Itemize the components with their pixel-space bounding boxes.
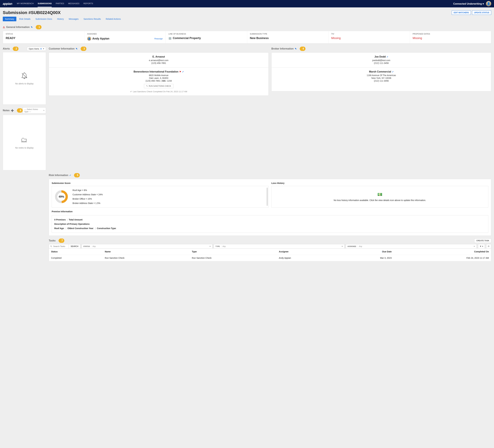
task-filters: SEARCH STATUS Any TYPE Any ASSIGNEE Any …: [49, 244, 491, 249]
customer-panel: E. Arnaout e.arnaout@test.com (123) 456-…: [49, 52, 269, 96]
risk-title: Risk Information ⤢ 5: [49, 173, 491, 177]
lob-cell: LINE OF BUSINESS 🏢 Commercial Property: [166, 31, 247, 43]
edit-icon[interactable]: ✎: [295, 48, 297, 50]
logo: appian: [3, 2, 12, 6]
tab-submission-docs[interactable]: Submission Docs: [33, 17, 54, 21]
page-title: Submission #SUB0224Q00X: [3, 10, 452, 15]
refresh-icon-button[interactable]: ⟳: [486, 244, 491, 249]
customer-title: Customer Information ✎ 3: [49, 47, 269, 51]
tab-messages[interactable]: Messages: [67, 17, 81, 21]
tasks-title: Tasks 7: [49, 238, 64, 243]
update-status-button[interactable]: UPDATE STATUS: [472, 11, 491, 15]
edit-icon[interactable]: ✎: [31, 26, 33, 28]
search-button[interactable]: SEARCH: [69, 244, 80, 249]
premise-info-title: Premise Information: [52, 210, 488, 213]
col-name[interactable]: Name: [103, 249, 190, 255]
callout-6: 6: [17, 108, 23, 113]
assignee-cell: ASSIGNEE 👤 Andy Appian Reassign: [84, 31, 166, 43]
broker-phone2: (212) 111-3456: [273, 80, 489, 82]
top-nav: appian MY WORKBENCH SUBMISSIONS PARTIES …: [0, 0, 494, 7]
customer-phone-sic: (123) 456-7891 | SIC: 1234: [51, 80, 267, 82]
nav-parties[interactable]: PARTIES: [56, 0, 64, 7]
callout-2: 2: [13, 47, 19, 51]
col-due-date[interactable]: ↑Due Date: [336, 249, 394, 255]
tiv-value: Missing: [331, 37, 407, 40]
nav-reports[interactable]: REPORTS: [84, 0, 93, 7]
score-line: Broker Address State = 1.5%: [73, 202, 103, 204]
score-percent: 49%: [55, 190, 68, 203]
alerts-empty-text: No alerts to display: [15, 82, 34, 85]
alerts-panel: No alerts to display: [3, 52, 46, 105]
popout-icon[interactable]: ⤢: [69, 174, 71, 176]
reassign-link[interactable]: Reassign: [154, 37, 163, 40]
callout-4: 4: [300, 47, 306, 51]
gear-icon: ⚙: [40, 48, 42, 50]
tab-summary[interactable]: Summary: [3, 17, 16, 21]
score-line: Roof Age = 8%: [73, 189, 103, 191]
last-sanctions-check: ✔ Last Sanctions Check Completed On Feb …: [51, 90, 267, 93]
status-cell: STATUS READY: [3, 31, 84, 43]
tabs: Summary Risk Details Submission Docs His…: [3, 17, 491, 21]
broker-name: Joe Dodd ⤢: [374, 55, 388, 58]
tab-sanctions-results[interactable]: Sanctions Results: [81, 17, 103, 21]
notes-type-select[interactable]: --- Select Notes Type --- ▼: [23, 107, 46, 113]
run-sanctions-button[interactable]: ✎ RUN SANCTIONS CHECK: [144, 84, 173, 88]
bell-off-icon: [21, 72, 28, 79]
edit-watchers-button[interactable]: EDIT WATCHERS: [452, 11, 471, 15]
score-donut-chart: 49%: [55, 190, 68, 203]
edit-icon: ✎: [146, 85, 148, 87]
create-task-button[interactable]: CREATE TASK: [474, 238, 491, 243]
status-value: READY: [6, 37, 81, 40]
tasks-table: Status Name Type Assignee ↑Due Date Comp…: [49, 248, 491, 261]
check-circle-icon: ✔: [130, 90, 132, 93]
filter-icon-button[interactable]: ▼ ▾: [478, 244, 485, 249]
popout-icon[interactable]: ⤢: [387, 56, 388, 58]
assignee-filter[interactable]: ASSIGNEE Any: [346, 244, 477, 249]
broker-addr1: 1166 Avenue Of The Americas: [273, 74, 489, 76]
tab-related-actions[interactable]: Related Actions: [103, 17, 123, 21]
subtype-cell: SUBMISSION TYPE New Business: [247, 31, 329, 43]
submission-score-box: 49% Roof Age = 8% Customer Address State…: [52, 186, 269, 208]
dates-value: Missing: [413, 37, 488, 40]
customer-name: E. Arnaout: [152, 55, 165, 58]
general-info-title: ⚠ General Information ✎ 1: [3, 25, 491, 29]
tab-history[interactable]: History: [55, 17, 66, 21]
alerts-filter-dropdown[interactable]: Open Alerts ⚙ ▼: [27, 47, 46, 51]
score-line: Customer Address State = 24%: [73, 193, 103, 196]
notes-title: Notes ➕ 6: [3, 108, 23, 113]
nav-my-workbench[interactable]: MY WORKBENCH: [17, 0, 34, 7]
building-icon: 🏢: [169, 37, 172, 40]
status-filter[interactable]: STATUS Any: [82, 244, 212, 249]
callout-1: 1: [36, 25, 41, 29]
edit-icon[interactable]: ✎: [76, 48, 78, 50]
tab-risk-details[interactable]: Risk Details: [17, 17, 33, 21]
col-completed[interactable]: Completed On: [394, 249, 491, 255]
broker-addr2: New York, NY 10036: [273, 77, 489, 79]
col-type[interactable]: Type: [190, 249, 277, 255]
callout-5: 5: [74, 173, 80, 177]
popout-icon[interactable]: ⤢: [182, 71, 184, 73]
col-assignee[interactable]: Assignee: [277, 249, 336, 255]
col-status[interactable]: Status: [49, 249, 103, 255]
notes-empty-icon: 🗂: [21, 136, 28, 143]
workspace-dropdown[interactable]: Connected Underwriting ▾: [453, 2, 484, 5]
premise-box: 0 Premises | Total Amount: Description o…: [52, 215, 488, 233]
search-tasks-input[interactable]: [49, 244, 69, 249]
broker-title: Broker Information ✎ 4: [271, 47, 491, 51]
alerts-title: Alerts 2: [3, 47, 19, 51]
popout-icon[interactable]: ⤢: [392, 71, 394, 73]
page: Submission #SUB0224Q00X EDIT WATCHERS UP…: [0, 7, 494, 264]
dates-cell: PROPOSED DATES Missing: [410, 31, 491, 43]
customer-email: e.arnaout@test.com: [51, 59, 267, 62]
notes-empty-text: No notes to display: [15, 147, 34, 149]
subtype-value: New Business: [250, 37, 326, 40]
risk-panel: Submission Score 49% Roof Age = 8%: [49, 179, 491, 236]
cash-icon: 💵: [377, 192, 382, 197]
avatar[interactable]: 👤: [486, 1, 491, 6]
type-filter[interactable]: TYPE Any: [214, 244, 345, 249]
add-note-icon[interactable]: ➕: [11, 109, 14, 112]
nav-submissions[interactable]: SUBMISSIONS: [38, 0, 52, 7]
table-row[interactable]: Completed Run Sanction Check Run Sanctio…: [49, 255, 491, 261]
nav-messages[interactable]: MESSAGES: [68, 0, 79, 7]
callout-7: 7: [59, 238, 64, 243]
